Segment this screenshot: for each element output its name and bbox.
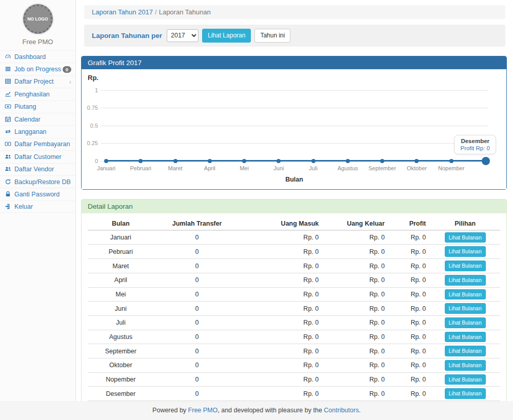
sidebar-item-daftar-project[interactable]: Daftar Project‹ [0,75,75,88]
sidebar-item-label: Dashboard [14,53,71,61]
sidebar-item-daftar-vendor[interactable]: Daftar Vendor [0,163,75,175]
data-point-mei[interactable] [242,159,246,163]
y-axis-title: Rp. [88,74,98,82]
sidebar-item-dashboard[interactable]: Dashboard [0,50,75,63]
profit-line [106,160,486,162]
cell-pilihan: Lihat Bulanan [430,245,500,259]
table-row: Juli0Rp. 0Rp. 0Rp. 0Lihat Bulanan [88,315,500,330]
lihat-bulanan-button[interactable]: Lihat Bulanan [445,360,486,371]
app: NO LOGO Free PMO DashboardJob on Progres… [0,0,513,420]
footer-link-free-pmo[interactable]: Free PMO [188,407,218,414]
footer-link-contributors[interactable]: Contributors [324,407,359,414]
cell-bulan: April [88,273,154,287]
table-body: Januari0Rp. 0Rp. 0Rp. 0Lihat BulananPebr… [88,230,500,401]
cell-profit: Rp. 0 [389,230,430,245]
footer-text-middle: , and developed with pleasure by the [218,407,324,414]
tahun-ini-button[interactable]: Tahun ini [254,29,290,43]
data-point-april[interactable] [208,159,212,163]
lihat-bulanan-button[interactable]: Lihat Bulanan [445,289,486,300]
sidebar-item-daftar-customer[interactable]: Daftar Customer [0,150,75,163]
cell-jumlah-transfer: 0 [154,259,241,273]
gridline [101,108,488,108]
lihat-bulanan-button[interactable]: Lihat Bulanan [445,317,486,328]
lihat-bulanan-button[interactable]: Lihat Bulanan [445,332,486,343]
data-point-maret[interactable] [173,159,177,163]
cell-bulan: Pebruari [88,245,154,259]
cell-profit: Rp. 0 [389,273,430,287]
year-select[interactable]: 2017 [167,29,199,42]
cell-uang-keluar: Rp. 0 [323,230,389,245]
cell-bulan: September [88,344,154,358]
lihat-bulanan-button[interactable]: Lihat Bulanan [445,388,486,399]
sidebar-item-ganti-password[interactable]: Ganti Password [0,188,75,200]
cell-uang-keluar: Rp. 0 [323,358,389,372]
cell-jumlah-transfer: 0 [154,330,241,344]
breadcrumb-link-laporan-tahun[interactable]: Laporan Tahun 2017 [92,8,153,16]
cell-bulan: Januari [88,230,154,245]
cell-uang-keluar: Rp. 0 [323,372,389,387]
cell-profit: Rp. 0 [389,245,430,259]
lihat-bulanan-button[interactable]: Lihat Bulanan [445,232,486,243]
lihat-bulanan-button[interactable]: Lihat Bulanan [445,261,486,271]
cell-profit: Rp. 0 [389,302,430,316]
data-point-juni[interactable] [277,159,281,163]
cell-uang-masuk: Rp. 0 [240,273,323,287]
data-point-pebruari[interactable] [139,159,143,163]
data-point-nopember[interactable] [449,159,453,163]
cell-uang-masuk: Rp. 0 [240,315,323,330]
chart-line-icon [5,91,12,98]
table-header-row: BulanJumlah TransferUang MasukUang Kelua… [88,217,500,230]
profit-chart-panel: Grafik Profit 2017 Rp. Desember Profit R… [81,56,507,190]
data-point-agustus[interactable] [346,159,350,163]
sidebar-item-keluar[interactable]: Keluar [0,201,75,213]
data-point-desember[interactable] [482,157,490,165]
breadcrumb-separator: / [155,8,157,16]
breadcrumb: Laporan Tahun 2017/Laporan Tahunan [84,5,505,19]
data-point-september[interactable] [380,159,384,163]
signout-icon [5,203,12,210]
cell-uang-masuk: Rp. 0 [240,245,323,259]
cell-uang-masuk: Rp. 0 [240,230,323,245]
table-row: September0Rp. 0Rp. 0Rp. 0Lihat Bulanan [88,344,500,358]
logo-area: NO LOGO Free PMO [0,0,75,50]
sidebar-item-job-on-progress[interactable]: Job on Progress0 [0,63,75,75]
sidebar-item-piutang[interactable]: Piutang [0,101,75,113]
sidebar-item-langganan[interactable]: Langganan [0,125,75,137]
users-icon [5,153,12,161]
sidebar-item-penghasilan[interactable]: Penghasilan [0,88,75,100]
table-row: Maret0Rp. 0Rp. 0Rp. 0Lihat Bulanan [88,259,500,273]
table-panel-title: Detail Laporan [82,199,506,213]
footer: Powered by Free PMO, and developed with … [0,401,513,420]
footer-text-prefix: Powered by [152,407,188,414]
column-header-pilihan: Pilihan [430,217,500,230]
data-point-juli[interactable] [311,159,315,163]
lihat-bulanan-button[interactable]: Lihat Bulanan [445,275,486,286]
data-point-oktober[interactable] [415,159,419,163]
chart-panel-title: Grafik Profit 2017 [82,56,506,69]
sidebar-item-label: Daftar Project [14,78,69,85]
lihat-bulanan-button[interactable]: Lihat Bulanan [445,374,486,385]
lihat-laporan-button[interactable]: Lihat Laporan [202,29,251,43]
cell-uang-keluar: Rp. 0 [323,259,389,273]
sidebar-item-backup-restore-db[interactable]: Backup/Restore DB [0,175,75,188]
column-header-bulan: Bulan [88,217,154,230]
table-row: Juni0Rp. 0Rp. 0Rp. 0Lihat Bulanan [88,302,500,316]
cell-bulan: Maret [88,259,154,273]
cell-uang-masuk: Rp. 0 [240,344,323,358]
cell-jumlah-transfer: 0 [154,372,241,387]
cell-pilihan: Lihat Bulanan [430,358,500,372]
chart-body: Rp. Desember Profit Rp: 0 10.750.50.250J… [82,69,506,189]
sidebar-item-label: Ganti Password [14,191,71,198]
lihat-bulanan-button[interactable]: Lihat Bulanan [445,246,486,257]
report-filter-bar: Laporan Tahunan per 2017 Lihat Laporan T… [84,25,505,47]
sidebar-item-daftar-pembayaran[interactable]: Daftar Pembayaran [0,138,75,150]
gridline [101,90,488,91]
lihat-bulanan-button[interactable]: Lihat Bulanan [445,303,486,314]
cell-pilihan: Lihat Bulanan [430,259,500,273]
lihat-bulanan-button[interactable]: Lihat Bulanan [445,346,486,356]
cell-uang-masuk: Rp. 0 [240,387,323,401]
table-row: Mei0Rp. 0Rp. 0Rp. 0Lihat Bulanan [88,287,500,302]
count-badge: 0 [63,66,71,73]
sidebar-item-calendar[interactable]: Calendar [0,113,75,125]
data-point-januari[interactable] [104,159,108,163]
